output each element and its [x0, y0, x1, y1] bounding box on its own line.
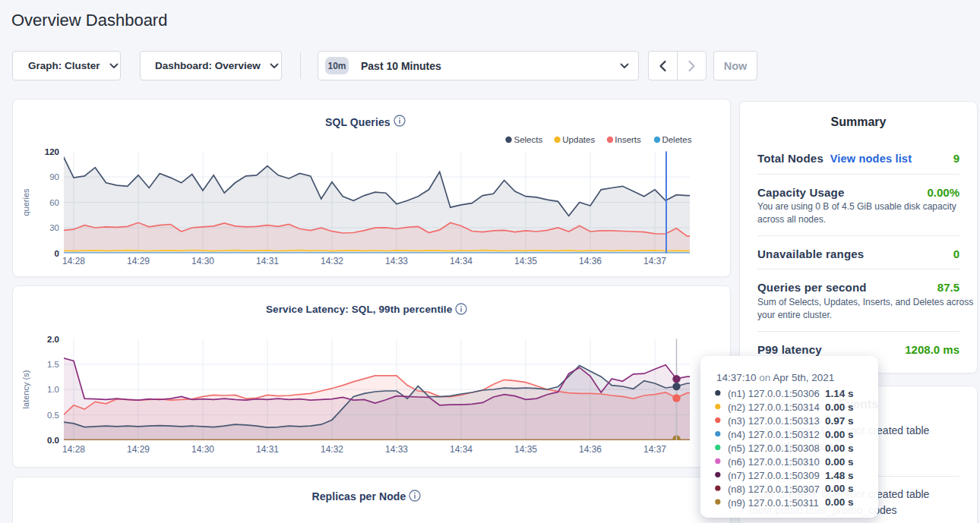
svg-text:14:28: 14:28 [62, 444, 85, 455]
svg-text:1.5: 1.5 [47, 360, 59, 369]
svg-text:queries: queries [21, 188, 30, 216]
svg-text:14:34: 14:34 [450, 256, 473, 266]
svg-text:14:37: 14:37 [643, 256, 666, 266]
svg-text:14:30: 14:30 [191, 256, 214, 266]
svg-text:60: 60 [49, 198, 59, 207]
svg-text:14:29: 14:29 [127, 256, 150, 266]
svg-text:90: 90 [49, 172, 59, 181]
svg-text:14:32: 14:32 [321, 444, 343, 455]
svg-text:14:33: 14:33 [385, 444, 408, 455]
svg-text:14:32: 14:32 [321, 256, 343, 266]
svg-text:14:35: 14:35 [514, 444, 537, 455]
svg-text:14:36: 14:36 [579, 444, 602, 455]
svg-text:30: 30 [49, 223, 59, 232]
svg-text:14:35: 14:35 [514, 256, 537, 266]
svg-text:120: 120 [45, 147, 59, 156]
svg-text:14:37: 14:37 [643, 444, 666, 455]
svg-text:0.5: 0.5 [47, 411, 59, 420]
svg-text:14:36: 14:36 [579, 256, 602, 266]
svg-text:1.0: 1.0 [47, 385, 59, 394]
svg-text:14:34: 14:34 [450, 444, 473, 455]
svg-text:14:33: 14:33 [385, 256, 408, 266]
svg-text:14:31: 14:31 [256, 256, 279, 266]
svg-text:latency (s): latency (s) [21, 370, 30, 409]
svg-text:2.0: 2.0 [47, 335, 59, 344]
svg-text:14:29: 14:29 [127, 444, 150, 455]
svg-text:14:28: 14:28 [62, 256, 85, 266]
svg-text:0.0: 0.0 [47, 436, 59, 445]
svg-text:0: 0 [55, 249, 59, 258]
svg-text:14:30: 14:30 [191, 444, 214, 455]
svg-text:14:31: 14:31 [256, 444, 279, 455]
